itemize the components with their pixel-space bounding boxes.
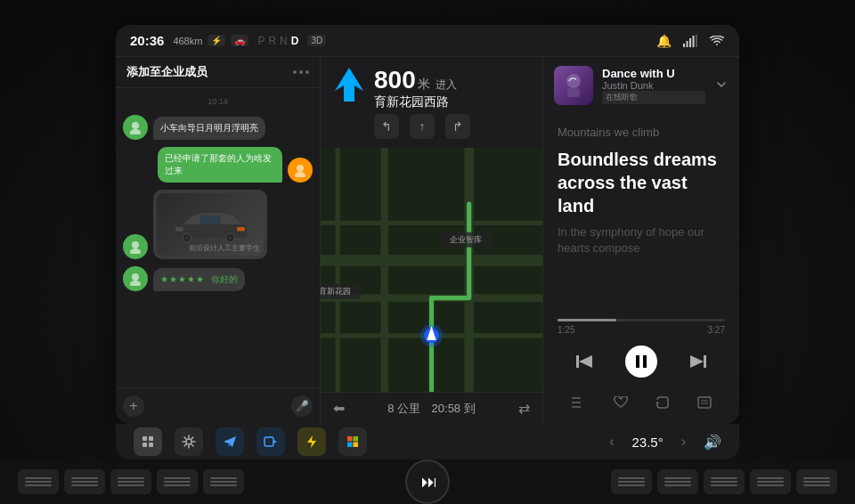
chat-dots — [293, 70, 309, 74]
chat-image-bubble: 前沿设计人工主要学生 — [153, 190, 267, 259]
chat-bubble-received: 小车向导日月明月浮明亮 — [153, 117, 265, 140]
distance-display: 468km — [173, 36, 202, 46]
vent-button-1[interactable] — [18, 469, 59, 494]
flash-app-button[interactable] — [297, 427, 326, 456]
nav-distance-info: 800 米 进入 育新花园西路 ↰ ↑ ↱ — [374, 66, 470, 139]
vent-lines-r5 — [803, 477, 830, 486]
bell-icon[interactable]: 🔔 — [656, 33, 672, 49]
vent-button-5[interactable] — [203, 469, 244, 494]
settings-app-button[interactable] — [175, 427, 203, 456]
extra-controls — [543, 385, 739, 424]
dock-apps — [134, 427, 367, 456]
chat-title: 添加至企业成员 — [126, 64, 208, 80]
mode-3d: 3D — [307, 35, 326, 46]
vent-lines-r4 — [757, 477, 784, 486]
vent-lines-1 — [25, 477, 52, 486]
svg-text:企业智库: 企业智库 — [450, 234, 482, 244]
next-track-button[interactable] — [683, 347, 712, 376]
temp-decrease-button[interactable]: ‹ — [609, 434, 614, 450]
nav-panel: 800 米 进入 育新花园西路 ↰ ↑ ↱ — [321, 57, 543, 424]
lyric-current: Boundless dreams across the vast land — [558, 148, 725, 217]
svg-rect-18 — [237, 227, 245, 232]
vent-line — [118, 484, 144, 486]
vent-button-2[interactable] — [64, 469, 105, 494]
progress-times: 1:25 3:27 — [543, 321, 739, 338]
app-dock: ‹ 23.5° › 🔊 — [116, 424, 739, 459]
temp-increase-button[interactable]: › — [681, 434, 686, 450]
like-button[interactable] — [608, 390, 633, 415]
svg-point-6 — [130, 129, 141, 134]
vent-line — [164, 481, 191, 483]
nav-settings-icon[interactable]: ⇄ — [518, 400, 530, 417]
avatar — [123, 234, 148, 259]
play-pause-button[interactable] — [625, 345, 657, 378]
svg-rect-37 — [567, 88, 580, 97]
nav-footer: ⬅ 8 公里 20:58 到 ⇄ — [321, 392, 542, 424]
svg-rect-16 — [200, 215, 221, 225]
dot-1 — [293, 70, 297, 74]
svg-rect-38 — [576, 355, 579, 368]
chat-header: 添加至企业成员 — [116, 57, 320, 88]
vent-button-4[interactable] — [157, 469, 198, 494]
right-vents — [611, 469, 837, 494]
vent-button-r1[interactable] — [611, 469, 652, 494]
vent-lines-r2 — [664, 477, 691, 486]
chat-bubble-sent: 已经申请了那套的人为啥发过来 — [158, 147, 282, 183]
signal-icon — [682, 33, 698, 49]
status-right: 🔔 — [656, 33, 725, 49]
car-image: 前沿设计人工主要学生 — [157, 193, 264, 256]
media-play-button[interactable]: ⏭ — [405, 459, 450, 504]
image-caption: 前沿设计人工主要学生 — [189, 243, 260, 253]
expand-button[interactable] — [714, 77, 729, 94]
grid-app-button[interactable] — [134, 427, 162, 456]
vent-button-r3[interactable] — [704, 469, 745, 494]
vent-button-3[interactable] — [110, 469, 151, 494]
video-app-button[interactable] — [256, 427, 285, 456]
telegram-app-button[interactable] — [216, 427, 244, 456]
main-screen: 20:36 468km ⚡ 🚗 P R N D 3D 🔔 — [116, 25, 739, 424]
nav-eta: 8 公里 20:58 到 — [387, 400, 475, 417]
turn-left-button[interactable]: ↰ — [374, 114, 399, 139]
vent-line — [210, 481, 237, 483]
status-info: 468km ⚡ 🚗 — [173, 35, 248, 46]
svg-rect-40 — [636, 355, 639, 368]
vent-line — [210, 484, 237, 486]
vent-button-r5[interactable] — [796, 469, 837, 494]
repeat-button[interactable] — [650, 390, 675, 415]
temp-unit: ° — [658, 435, 664, 450]
play-next-icon: ⏭ — [421, 473, 437, 492]
volume-icon[interactable]: 🔊 — [704, 434, 721, 451]
vent-lines-4 — [164, 477, 191, 486]
svg-rect-52 — [149, 436, 153, 441]
prev-track-button[interactable] — [571, 347, 599, 376]
add-button[interactable]: + — [123, 395, 144, 417]
vent-button-r4[interactable] — [750, 469, 791, 494]
vent-line — [711, 477, 737, 479]
nav-action: 进入 — [436, 77, 457, 93]
nav-distance: 800 — [374, 66, 416, 94]
progress-bar[interactable] — [558, 319, 725, 321]
vent-button-r2[interactable] — [657, 469, 698, 494]
music-panel: Dance with U Justin Dunk 在线听歌 Mountains … — [543, 57, 739, 424]
straight-button[interactable]: ↑ — [410, 114, 435, 139]
vent-line — [118, 481, 144, 483]
svg-rect-3 — [693, 36, 695, 47]
nav-street: 育新花园西路 — [374, 94, 470, 110]
vent-line — [164, 484, 191, 486]
vent-line — [618, 481, 645, 483]
vent-lines-r3 — [711, 477, 737, 486]
playlist-button[interactable] — [566, 390, 591, 415]
voice-button[interactable]: 🎤 — [291, 395, 313, 417]
vent-line — [164, 477, 191, 479]
nav-back-icon[interactable]: ⬅ — [333, 400, 345, 417]
lyrics-area: Mountains we climb Boundless dreams acro… — [543, 114, 739, 319]
turn-right-button[interactable]: ↱ — [445, 114, 470, 139]
map-area[interactable]: 企业智库 育新花园 — [321, 148, 542, 392]
wifi-icon[interactable] — [709, 33, 725, 49]
queue-button[interactable] — [692, 390, 717, 415]
chat-messages[interactable]: 10:14 小车向导日月明月浮明亮 — [116, 88, 320, 387]
windows-app-button[interactable] — [338, 427, 367, 456]
svg-rect-48 — [698, 397, 711, 408]
vent-line — [71, 477, 98, 479]
progress-fill — [558, 319, 616, 321]
